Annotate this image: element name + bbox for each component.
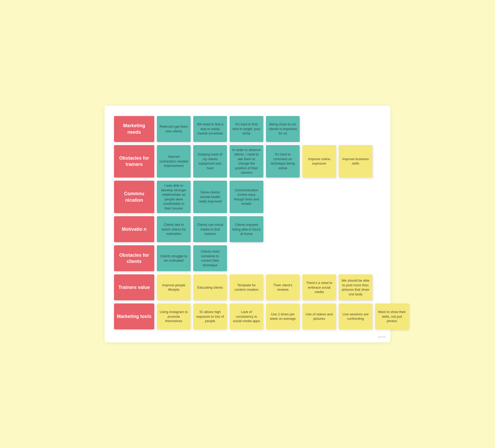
row-label-1: Obstacles for trainers <box>114 145 154 178</box>
card-r6-c6[interactable]: Want to show their skills, not just phot… <box>375 303 409 329</box>
card-r6-c1[interactable]: IG allows high exposure to lots of peopl… <box>193 303 227 329</box>
card-r2-c1[interactable]: Some clients mental health really improv… <box>193 181 227 213</box>
card-r1-c1[interactable]: Keeping track of my clients equipment wa… <box>193 145 227 178</box>
card-r0-c0[interactable]: Referral's get them new clients <box>157 116 191 142</box>
card-r1-c2[interactable]: In order to observe clients, I need to a… <box>230 145 263 178</box>
card-r2-c0[interactable]: I was able to develop stronger relations… <box>157 181 191 213</box>
card-r5-c2[interactable]: Template for content creation <box>230 274 263 300</box>
row-label-4: Obstacles for clients <box>114 245 154 271</box>
card-r1-c6[interactable] <box>375 145 409 178</box>
card-r3-c5[interactable] <box>339 216 372 242</box>
card-r4-c0[interactable]: Clients struggle to be motivated <box>157 245 191 271</box>
card-r1-c3[interactable]: It's hard to comment on technique being … <box>266 145 300 178</box>
card-r4-c5[interactable] <box>339 245 372 271</box>
card-r6-c4[interactable]: Use of videos and pictures <box>302 303 336 329</box>
card-r3-c2[interactable]: Clients enjoyed being able to focus at h… <box>230 216 263 242</box>
row-label-2: Commnu nication <box>114 181 154 213</box>
card-r1-c5[interactable]: Improve business skills <box>339 145 372 178</box>
miro-watermark: miro <box>378 335 386 339</box>
card-r6-c5[interactable]: Live sessions are confronting <box>339 303 372 329</box>
miro-board: Marketing needsReferral's get them new c… <box>105 106 390 343</box>
card-r4-c4[interactable] <box>302 245 336 271</box>
row-label-5: Trainers value <box>114 274 154 300</box>
card-r1-c0[interactable]: Internet connection needed improvement <box>157 145 191 178</box>
row-label-6: Marketing tools <box>114 303 154 329</box>
card-r6-c0[interactable]: Using instagram to promote themselves <box>157 303 191 329</box>
card-r3-c1[interactable]: Clients use social media to find trainer… <box>193 216 227 242</box>
card-r4-c1[interactable]: Clients need someone to correct their te… <box>193 245 227 271</box>
card-r5-c4[interactable]: There's a need to embrace social media <box>302 274 336 300</box>
card-r2-c4[interactable] <box>302 181 336 213</box>
card-r3-c3[interactable] <box>266 216 300 242</box>
row-label-3: Motivatio n <box>114 216 154 242</box>
card-r5-c1[interactable]: Educating clients <box>193 274 227 300</box>
card-r5-c0[interactable]: Improve people lifestyle <box>157 274 191 300</box>
card-r6-c2[interactable]: Lack of consistency in social media apps <box>230 303 263 329</box>
row-label-0: Marketing needs <box>114 116 154 142</box>
card-r1-c4[interactable]: Improve online exposure <box>302 145 336 178</box>
card-r2-c2[interactable]: Communication comes easy though texts an… <box>230 181 263 213</box>
card-r3-c6[interactable] <box>375 216 409 242</box>
card-r4-c2[interactable] <box>230 245 263 271</box>
card-r4-c6[interactable] <box>375 245 409 271</box>
card-r3-c0[interactable]: Clients like to watch videos for motivat… <box>157 216 191 242</box>
card-r5-c6[interactable] <box>375 274 409 300</box>
card-r2-c5[interactable] <box>339 181 372 213</box>
card-r0-c4[interactable] <box>302 116 336 142</box>
card-r2-c6[interactable] <box>375 181 409 213</box>
card-r0-c1[interactable]: We need to find a way to easily market o… <box>193 116 227 142</box>
card-r0-c5[interactable] <box>339 116 372 142</box>
card-r5-c5[interactable]: We should be able to post more than pict… <box>339 274 372 300</box>
card-r0-c2[interactable]: It's hard to find who to target: your ni… <box>230 116 263 142</box>
sticky-grid: Marketing needsReferral's get them new c… <box>114 116 381 330</box>
card-r2-c3[interactable] <box>266 181 300 213</box>
card-r6-c3[interactable]: Use 2 times per week on average <box>266 303 300 329</box>
card-r5-c3[interactable]: Their client's reviews <box>266 274 300 300</box>
card-r3-c4[interactable] <box>302 216 336 242</box>
card-r0-c3[interactable]: Being close to our clients is important … <box>266 116 300 142</box>
card-r0-c6[interactable] <box>375 116 409 142</box>
card-r4-c3[interactable] <box>266 245 300 271</box>
